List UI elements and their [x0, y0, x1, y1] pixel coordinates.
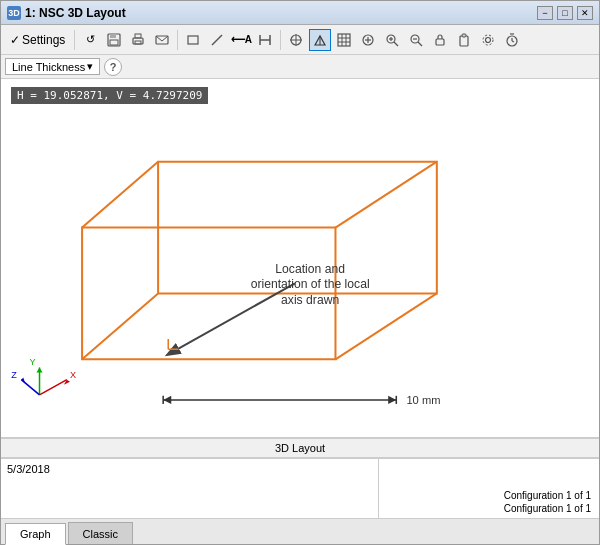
view-button[interactable] [309, 29, 331, 51]
tab-graph-label: Graph [20, 528, 51, 540]
minimize-button[interactable]: − [537, 6, 553, 20]
settings-gear-button[interactable] [477, 29, 499, 51]
title-bar: 3D 1: NSC 3D Layout − □ ✕ [1, 1, 599, 25]
svg-line-39 [512, 41, 514, 42]
tab-classic[interactable]: Classic [68, 522, 133, 544]
status-bar-3d: 3D Layout [1, 438, 599, 458]
tab-bar: Graph Classic [1, 518, 599, 544]
svg-rect-41 [1, 96, 599, 420]
svg-line-8 [212, 35, 222, 45]
sub-toolbar: Line Thickness ▾ ? [1, 55, 599, 79]
3d-layout-diagram: Location and orientation of the local ax… [1, 79, 599, 437]
svg-point-35 [486, 37, 491, 42]
separator-2 [177, 30, 178, 50]
info-right: Configuration 1 of 1 Configuration 1 of … [379, 459, 599, 518]
maximize-button[interactable]: □ [557, 6, 573, 20]
svg-text:orientation of the local: orientation of the local [251, 277, 370, 291]
plus-button[interactable] [357, 29, 379, 51]
svg-rect-7 [188, 36, 198, 44]
window-title: 1: NSC 3D Layout [25, 6, 126, 20]
config1-label: Configuration 1 of 1 [504, 490, 591, 501]
svg-rect-34 [462, 34, 466, 37]
svg-rect-17 [338, 34, 350, 46]
svg-text:Z: Z [11, 370, 17, 380]
date-label: 5/3/2018 [7, 463, 50, 475]
title-controls: − □ ✕ [537, 6, 593, 20]
clipboard-button[interactable] [453, 29, 475, 51]
timer-button[interactable] [501, 29, 523, 51]
main-window: 3D 1: NSC 3D Layout − □ ✕ ✓ Settings ↺ [0, 0, 600, 545]
lock-button[interactable] [429, 29, 451, 51]
svg-text:X: X [70, 370, 76, 380]
drawing-area: H = 19.052871, V = 4.7297209 [1, 79, 599, 438]
arrow-a-button[interactable]: ⟵A [230, 29, 252, 51]
svg-rect-1 [110, 34, 116, 38]
email-button[interactable] [151, 29, 173, 51]
title-bar-left: 3D 1: NSC 3D Layout [7, 6, 126, 20]
svg-text:10 mm: 10 mm [406, 394, 440, 406]
svg-line-26 [394, 42, 398, 46]
line-thickness-button[interactable]: Line Thickness ▾ [5, 58, 100, 75]
svg-rect-32 [436, 39, 444, 45]
line-thickness-label: Line Thickness [12, 61, 85, 73]
svg-text:axis drawn: axis drawn [281, 293, 339, 307]
crosshair-button[interactable] [285, 29, 307, 51]
grid-button[interactable] [333, 29, 355, 51]
svg-rect-5 [135, 41, 141, 44]
line-button[interactable] [206, 29, 228, 51]
print-button[interactable] [127, 29, 149, 51]
svg-line-30 [418, 42, 422, 46]
rectangle-button[interactable] [182, 29, 204, 51]
info-left: 5/3/2018 [1, 459, 379, 518]
bracket-button[interactable] [254, 29, 276, 51]
svg-point-36 [483, 35, 493, 45]
tab-classic-label: Classic [83, 528, 118, 540]
info-bar: 5/3/2018 Configuration 1 of 1 Configurat… [1, 458, 599, 518]
svg-rect-2 [110, 40, 118, 45]
svg-text:Y: Y [29, 357, 35, 367]
layout-label: 3D Layout [275, 442, 325, 454]
main-toolbar: ✓ Settings ↺ ⟵A [1, 25, 599, 55]
help-icon: ? [110, 61, 117, 73]
dropdown-arrow-icon: ▾ [87, 60, 93, 73]
checkmark-icon: ✓ [10, 33, 20, 47]
settings-label: Settings [22, 33, 65, 47]
tab-graph[interactable]: Graph [5, 523, 66, 545]
config2-label: Configuration 1 of 1 [504, 503, 591, 514]
zoom-in-button[interactable] [381, 29, 403, 51]
save-button[interactable] [103, 29, 125, 51]
settings-button[interactable]: ✓ Settings [5, 31, 70, 49]
help-button[interactable]: ? [104, 58, 122, 76]
separator-1 [74, 30, 75, 50]
window-icon: 3D [7, 6, 21, 20]
zoom-out-button[interactable] [405, 29, 427, 51]
svg-text:Location and: Location and [275, 262, 345, 276]
separator-3 [280, 30, 281, 50]
refresh-button[interactable]: ↺ [79, 29, 101, 51]
close-button[interactable]: ✕ [577, 6, 593, 20]
coordinates-label: H = 19.052871, V = 4.7297209 [11, 87, 208, 104]
